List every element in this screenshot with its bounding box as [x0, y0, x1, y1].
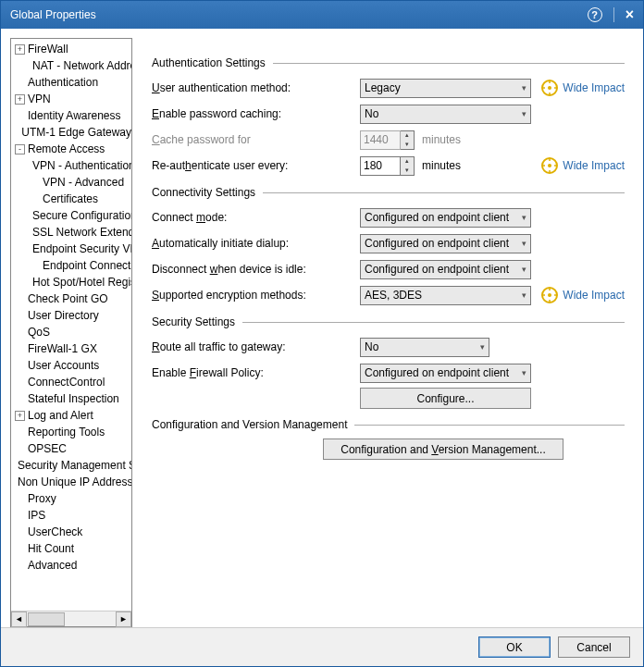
window-title: Global Properties: [10, 8, 96, 21]
select-enable-pw-cache[interactable]: No▾: [360, 105, 531, 124]
tree-item[interactable]: VPN - Advanced: [11, 174, 131, 191]
configure-button[interactable]: Configure...: [360, 388, 531, 409]
tree-item[interactable]: Stateful Inspection: [11, 390, 131, 407]
tree-item[interactable]: Reporting Tools: [11, 424, 131, 440]
tree-item[interactable]: IPS: [11, 507, 131, 524]
ok-button[interactable]: OK: [478, 636, 551, 658]
tree-item-label: QoS: [28, 325, 50, 340]
label-supported-enc: Supported encryption methods:: [152, 289, 360, 302]
tree-item-label: ConnectControl: [28, 375, 105, 389]
tree-item-label: Check Point GO: [28, 291, 108, 306]
close-icon[interactable]: ×: [625, 6, 634, 23]
dialog-footer: OK Cancel: [1, 627, 643, 666]
svg-point-5: [548, 293, 551, 297]
tree-item[interactable]: Proxy: [11, 490, 131, 507]
tree-item[interactable]: UserCheck: [11, 524, 131, 540]
tree-item[interactable]: User Directory: [11, 307, 131, 324]
tree-item-label: Reporting Tools: [28, 425, 105, 439]
tree-item-label: User Directory: [28, 308, 99, 323]
tree-item-label: Log and Alert: [28, 408, 93, 423]
label-connect-mode: Connect mode:: [152, 211, 360, 224]
select-connect-mode[interactable]: Configured on endpoint client▾: [360, 208, 531, 228]
wide-impact-link[interactable]: Wide Impact: [563, 289, 625, 302]
unit-reauth: minutes: [422, 159, 461, 172]
tree-item-label: VPN: [28, 92, 51, 106]
tree-item[interactable]: +FireWall: [11, 41, 131, 57]
tree-item[interactable]: Authentication: [11, 74, 131, 91]
tree-item-label: Authentication: [28, 75, 98, 90]
select-disconnect-idle[interactable]: Configured on endpoint client▾: [360, 260, 531, 279]
tree-item[interactable]: NAT - Network Address: [11, 57, 131, 74]
tree-item[interactable]: +VPN: [11, 91, 131, 107]
label-auto-dialup: Automatically initiate dialup:: [152, 237, 360, 250]
tree-item-label: OPSEC: [28, 441, 67, 456]
help-icon[interactable]: ?: [588, 7, 602, 22]
tree-item[interactable]: User Accounts: [11, 357, 131, 374]
scroll-thumb[interactable]: [28, 612, 65, 626]
tree-item-label: Stateful Inspection: [28, 391, 119, 406]
tree-item[interactable]: Check Point GO: [11, 290, 131, 307]
select-user-auth-method[interactable]: Legacy▾: [360, 79, 531, 98]
label-user-auth-method: User authentication method:: [152, 81, 360, 94]
tree-item-label: NAT - Network Address: [32, 58, 131, 73]
tree-item-label: IPS: [28, 508, 45, 523]
tree-item[interactable]: QoS: [11, 324, 131, 340]
spin-reauth-buttons[interactable]: ▴▾: [401, 156, 415, 176]
expand-icon[interactable]: +: [15, 44, 25, 55]
tree-item[interactable]: SSL Network Extender: [11, 224, 131, 241]
nav-tree-panel: +FireWallNAT - Network AddressAuthentica…: [10, 38, 132, 627]
tree-item[interactable]: -Remote Access: [11, 141, 131, 157]
unit-cache-pw: minutes: [422, 133, 461, 146]
select-supported-enc[interactable]: AES, 3DES▾: [360, 286, 531, 305]
expand-icon[interactable]: +: [15, 411, 25, 421]
tree-item[interactable]: Hot Spot/Hotel Registration: [11, 274, 131, 290]
label-enable-pw-cache: Enable password caching:: [152, 107, 360, 120]
tree-item[interactable]: UTM-1 Edge Gateway: [11, 124, 131, 141]
tree-item[interactable]: Advanced: [11, 557, 131, 574]
tree-item-label: Hit Count: [28, 541, 74, 556]
spin-cache-pw-for: 1440: [360, 130, 401, 150]
tree-item[interactable]: ConnectControl: [11, 374, 131, 390]
select-route-all[interactable]: No▾: [360, 338, 489, 357]
wide-impact-link[interactable]: Wide Impact: [563, 81, 625, 94]
tree-item[interactable]: Secure Configuration: [11, 207, 131, 224]
tree-item-label: VPN - Authentication: [32, 158, 131, 173]
tree-item[interactable]: VPN - Authentication: [11, 157, 131, 174]
label-disconnect-idle: Disconnect when device is idle:: [152, 263, 360, 276]
tree-item[interactable]: Endpoint Connect: [11, 257, 131, 274]
wide-impact-icon: [541, 80, 558, 96]
expand-icon[interactable]: +: [15, 94, 25, 105]
tree-item-label: VPN - Advanced: [43, 175, 124, 190]
nav-tree[interactable]: +FireWallNAT - Network AddressAuthentica…: [11, 39, 131, 611]
select-auto-dialup[interactable]: Configured on endpoint client▾: [360, 234, 531, 253]
section-security-settings: Security Settings: [152, 315, 625, 328]
scroll-left-button[interactable]: ◄: [11, 611, 27, 627]
spin-reauth-every[interactable]: 180: [360, 156, 401, 176]
collapse-icon[interactable]: -: [15, 144, 25, 154]
cancel-button[interactable]: Cancel: [558, 636, 630, 658]
tree-horizontal-scrollbar[interactable]: ◄ ►: [11, 611, 131, 626]
tree-item[interactable]: OPSEC: [11, 440, 131, 457]
section-connectivity-settings: Connectivity Settings: [152, 186, 625, 199]
tree-item[interactable]: Endpoint Security VPN: [11, 241, 131, 257]
wide-impact-link[interactable]: Wide Impact: [563, 159, 625, 172]
tree-item-label: Endpoint Connect: [43, 258, 130, 273]
label-cache-pw-for: Cache password for: [152, 133, 360, 146]
section-cvm: Configuration and Version Management: [152, 418, 625, 431]
tree-item[interactable]: Non Unique IP Addresses: [11, 474, 131, 490]
cvm-button[interactable]: Configuration and Version Management...: [323, 438, 564, 460]
label-reauth-every: Re-authenticate user every:: [152, 159, 360, 172]
tree-item[interactable]: Security Management Server: [11, 457, 131, 474]
tree-item-label: SSL Network Extender: [32, 225, 131, 240]
tree-item[interactable]: Certificates: [11, 191, 131, 207]
wide-impact-icon: [541, 287, 558, 303]
tree-item[interactable]: FireWall-1 GX: [11, 340, 131, 357]
tree-item[interactable]: +Log and Alert: [11, 407, 131, 424]
scroll-right-button[interactable]: ►: [116, 611, 131, 627]
tree-item[interactable]: Identity Awareness: [11, 107, 131, 124]
tree-item-label: UserCheck: [28, 525, 82, 539]
tree-item-label: UTM-1 Edge Gateway: [21, 125, 131, 140]
tree-item[interactable]: Hit Count: [11, 540, 131, 557]
tree-item-label: Endpoint Security VPN: [32, 241, 131, 256]
select-enable-fw-policy[interactable]: Configured on endpoint client▾: [360, 364, 531, 383]
